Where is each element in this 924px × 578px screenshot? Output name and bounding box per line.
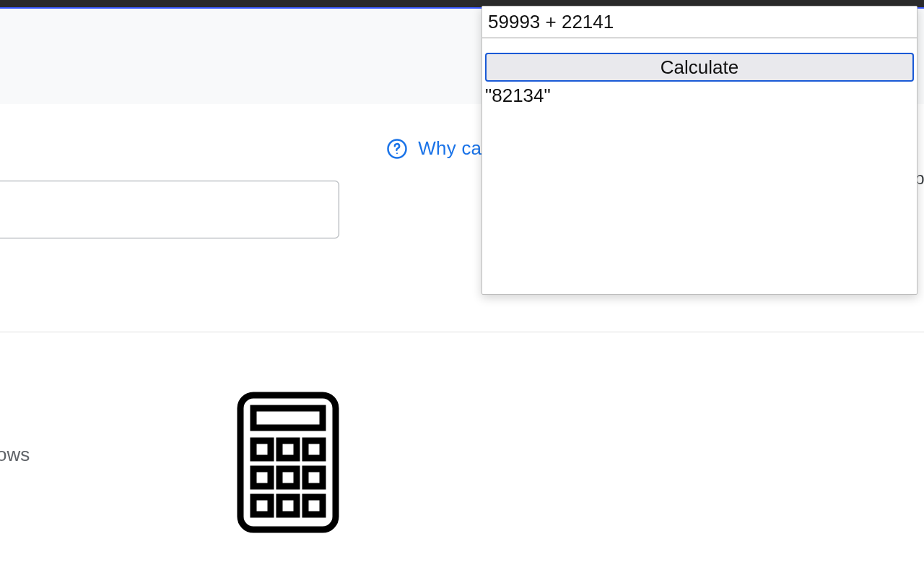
language-select[interactable]: ted States) xyxy=(0,181,339,238)
calculate-button[interactable]: Calculate xyxy=(485,53,914,82)
follows-label-fragment: n follows xyxy=(0,444,30,466)
calculator-icon xyxy=(234,390,342,535)
svg-rect-4 xyxy=(253,441,271,458)
svg-rect-8 xyxy=(279,469,297,486)
svg-rect-10 xyxy=(253,497,271,514)
calculator-panel: Calculate "82134" xyxy=(481,6,918,295)
section-divider xyxy=(0,332,924,332)
svg-rect-7 xyxy=(253,469,271,486)
svg-rect-3 xyxy=(253,408,323,428)
svg-rect-5 xyxy=(279,441,297,458)
calculator-expression-input[interactable] xyxy=(482,7,917,38)
svg-point-1 xyxy=(396,152,398,154)
svg-rect-6 xyxy=(305,441,323,458)
calculator-result: "82134" xyxy=(482,82,917,107)
svg-rect-11 xyxy=(279,497,297,514)
svg-rect-9 xyxy=(305,469,323,486)
svg-rect-12 xyxy=(305,497,323,514)
spacer xyxy=(482,38,917,53)
help-circle-icon xyxy=(386,138,408,160)
